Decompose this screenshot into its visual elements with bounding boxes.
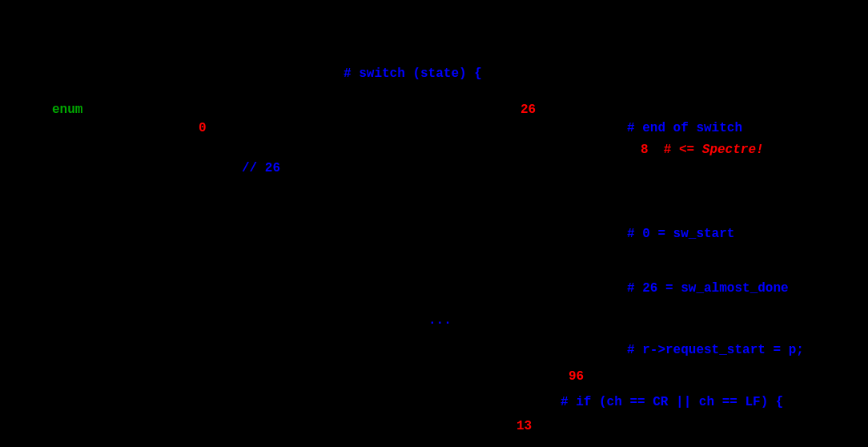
line-spectre: 8 # <= Spectre! [641, 140, 764, 161]
line-26-first: 26 [520, 100, 536, 121]
line-0: 0 [199, 119, 207, 139]
line-if-cr-lf: # if (ch == CR || ch == LF) { [561, 393, 783, 413]
line-sw-start: # 0 = sw_start [627, 224, 734, 245]
line-request-start: # r->request_start = p; [627, 340, 804, 361]
line-switch-header: # switch (state) { [344, 64, 482, 85]
line-sw-almost-done: # 26 = sw_almost_done [627, 279, 789, 300]
line-enum: enum [52, 100, 82, 121]
line-96: 96 [569, 367, 584, 388]
line-ellipsis: ... [428, 311, 452, 332]
line-end-of-switch: # end of switch [627, 119, 742, 139]
line-13: 13 [516, 417, 532, 437]
code-viewer: # switch (state) { enum 26 0 # end of sw… [0, 0, 868, 447]
line-comment-26: // 26 [242, 159, 280, 179]
